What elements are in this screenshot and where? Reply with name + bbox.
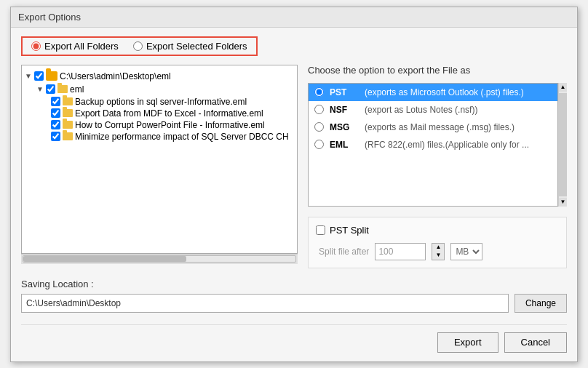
radio-msg[interactable] xyxy=(314,122,324,132)
file-tree-panel[interactable]: ▼ C:\Users\admin\Desktop\eml ▼ eml xyxy=(21,65,298,254)
spinner-down[interactable]: ▼ xyxy=(432,252,444,260)
change-button[interactable]: Change xyxy=(514,294,567,313)
radio-eml[interactable] xyxy=(314,140,324,149)
split-value-input[interactable]: 100 xyxy=(375,243,426,260)
horizontal-scrollbar[interactable] xyxy=(21,254,298,264)
nsf-label: NSF xyxy=(330,105,359,115)
export-all-radio[interactable] xyxy=(31,41,41,51)
right-panel: Choose the option to export the File as … xyxy=(308,65,567,268)
scroll-down-arrow[interactable]: ▼ xyxy=(559,198,567,207)
tree-item-eml[interactable]: ▼ eml xyxy=(36,83,294,96)
h-scrollbar-thumb xyxy=(23,256,186,262)
export-selected-label: Export Selected Folders xyxy=(146,41,247,52)
tree-label-file1: Backup options in sql server-Informative… xyxy=(75,97,247,107)
file-icon-1 xyxy=(63,97,73,105)
saving-section: Saving Location : C:\Users\admin\Desktop… xyxy=(21,279,567,313)
tree-item-file1[interactable]: Backup options in sql server-Informative… xyxy=(51,96,294,108)
tree-label-file3: How to Corrupt PowerPoint File - Informa… xyxy=(75,120,265,130)
expand-icon-eml: ▼ xyxy=(36,85,44,93)
msg-label: MSG xyxy=(330,122,359,132)
export-selected-option[interactable]: Export Selected Folders xyxy=(133,41,247,52)
tree-item-root[interactable]: ▼ C:\Users\admin\Desktop\eml xyxy=(25,70,294,83)
h-scrollbar-track xyxy=(23,255,296,263)
pst-split-controls: Split file after 100 ▲ ▼ MB GB xyxy=(316,243,559,260)
tree-label-eml: eml xyxy=(70,84,84,95)
cancel-button[interactable]: Cancel xyxy=(504,332,567,353)
saving-label: Saving Location : xyxy=(21,279,567,289)
file-icon-2 xyxy=(63,109,73,117)
folder-icon-eml xyxy=(57,85,68,93)
scroll-up-arrow[interactable]: ▲ xyxy=(559,83,567,92)
checkbox-file1[interactable] xyxy=(51,97,60,106)
pst-desc: (exports as Microsoft Outlook (.pst) fil… xyxy=(365,87,524,97)
expand-icon-root: ▼ xyxy=(25,72,32,80)
export-option-pst[interactable]: PST (exports as Microsoft Outlook (.pst)… xyxy=(309,84,557,101)
file-icon-3 xyxy=(63,121,73,129)
spinner-buttons: ▲ ▼ xyxy=(432,243,445,260)
file-icon-4 xyxy=(63,132,73,140)
export-button[interactable]: Export xyxy=(437,332,498,353)
eml-desc: (RFC 822(.eml) files.(Applicable only fo… xyxy=(365,140,529,150)
dialog-title: Export Options xyxy=(11,7,577,28)
right-panel-title: Choose the option to export the File as xyxy=(308,65,567,76)
saving-path-input[interactable]: C:\Users\admin\Desktop xyxy=(21,294,509,313)
export-option-eml[interactable]: EML (RFC 822(.eml) files.(Applicable onl… xyxy=(309,136,557,153)
format-scrollbar[interactable]: ▲ ▼ xyxy=(558,83,567,207)
unit-select[interactable]: MB GB xyxy=(450,243,482,260)
export-all-label: Export All Folders xyxy=(44,41,119,52)
checkbox-eml[interactable] xyxy=(46,84,55,94)
saving-row: C:\Users\admin\Desktop Change xyxy=(21,294,567,313)
tree-item-file4[interactable]: Minimize performance impact of SQL Serve… xyxy=(51,131,294,143)
tree-label-file4: Minimize performance impact of SQL Serve… xyxy=(75,132,289,142)
pst-split-label: PST Split xyxy=(330,225,369,236)
spinner-up[interactable]: ▲ xyxy=(432,244,444,252)
pst-label: PST xyxy=(330,87,359,97)
checkbox-file4[interactable] xyxy=(51,132,60,141)
eml-label: EML xyxy=(330,140,359,150)
main-content: ▼ C:\Users\admin\Desktop\eml ▼ eml xyxy=(21,65,567,268)
export-selected-radio[interactable] xyxy=(133,41,143,51)
checkbox-file2[interactable] xyxy=(51,108,60,118)
split-after-label: Split file after xyxy=(319,247,369,257)
tree-label-file2: Export Data from MDF to Excel - Informat… xyxy=(75,108,263,119)
pst-split-section: PST Split Split file after 100 ▲ ▼ MB GB xyxy=(308,217,567,268)
folder-icon-root xyxy=(46,71,57,81)
checkbox-file3[interactable] xyxy=(51,120,60,129)
msg-desc: (exports as Mail message (.msg) files.) xyxy=(365,122,514,132)
nsf-desc: (export as Lotus Notes (.nsf)) xyxy=(365,105,477,115)
export-all-option[interactable]: Export All Folders xyxy=(31,41,119,52)
checkbox-root[interactable] xyxy=(34,71,44,81)
pst-split-header: PST Split xyxy=(316,225,559,236)
tree-item-file3[interactable]: How to Corrupt PowerPoint File - Informa… xyxy=(51,119,294,131)
export-option-nsf[interactable]: NSF (export as Lotus Notes (.nsf)) xyxy=(309,101,557,119)
tree-item-file2[interactable]: Export Data from MDF to Excel - Informat… xyxy=(51,108,294,119)
radio-nsf[interactable] xyxy=(314,105,324,114)
scroll-thumb xyxy=(559,93,567,196)
bottom-buttons: Export Cancel xyxy=(21,324,567,353)
export-dialog: Export Options Export All Folders Export… xyxy=(10,7,578,362)
tree-label-root: C:\Users\admin\Desktop\eml xyxy=(60,71,171,81)
export-option-msg[interactable]: MSG (exports as Mail message (.msg) file… xyxy=(309,119,557,136)
export-format-list: PST (exports as Microsoft Outlook (.pst)… xyxy=(308,83,558,207)
export-mode-section: Export All Folders Export Selected Folde… xyxy=(21,36,258,56)
radio-pst[interactable] xyxy=(314,87,324,97)
pst-split-checkbox[interactable] xyxy=(316,225,325,235)
